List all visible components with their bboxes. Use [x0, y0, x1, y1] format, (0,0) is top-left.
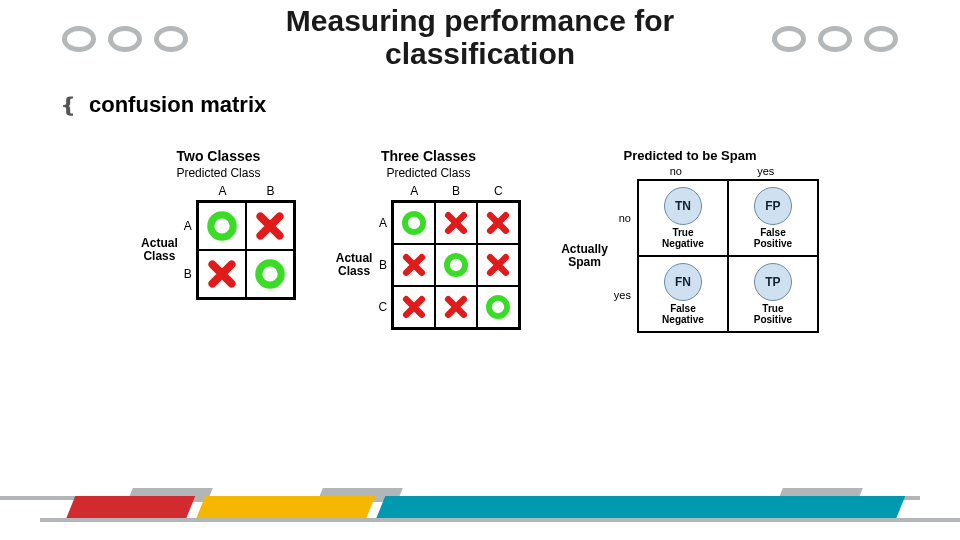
bullet-text: confusion matrix — [89, 92, 266, 118]
chip-label: True Negative — [662, 228, 704, 249]
row-labels: A B — [184, 202, 192, 298]
spam-diagram: Predicted to be Spam no yes Actually Spa… — [561, 148, 819, 333]
matrix-3x3 — [391, 200, 521, 330]
col-label: B — [266, 184, 274, 198]
ring-icon — [818, 26, 852, 52]
column-labels: no yes — [632, 165, 812, 177]
row-labels: A B C — [378, 202, 387, 328]
cell-correct — [393, 202, 435, 244]
chip: TP — [754, 263, 792, 301]
row-label: B — [184, 267, 192, 281]
col-label: A — [410, 184, 418, 198]
ring-icon — [772, 26, 806, 52]
cell-wrong — [393, 286, 435, 328]
footer-decoration — [0, 482, 960, 522]
cell-wrong — [435, 202, 477, 244]
diagram-title: Predicted to be Spam — [624, 148, 757, 163]
row-label: yes — [614, 289, 631, 301]
chip-label: False Negative — [662, 304, 704, 325]
bullet-item: ❴ confusion matrix — [60, 92, 960, 118]
slide-header: Measuring performance for classification — [0, 0, 960, 70]
cell-correct — [246, 250, 294, 298]
slide-title: Measuring performance for classification — [286, 4, 674, 70]
cell-wrong — [477, 202, 519, 244]
axis-label-actual: Actually Spam — [561, 243, 608, 269]
row-labels: no yes — [614, 179, 631, 333]
diagrams-row: Two Classes Predicted Class A B Actual C… — [0, 148, 960, 333]
col-label: B — [452, 184, 460, 198]
diagram-title: Three Classes — [381, 148, 476, 164]
chip: FN — [664, 263, 702, 301]
two-class-diagram: Two Classes Predicted Class A B Actual C… — [141, 148, 296, 333]
brace-icon: ❴ — [60, 93, 77, 117]
cell-wrong — [477, 244, 519, 286]
three-class-diagram: Three Classes Predicted Class A B C Actu… — [336, 148, 521, 333]
cell-wrong — [435, 286, 477, 328]
column-labels: A B — [198, 184, 294, 198]
ring-icon — [154, 26, 188, 52]
divider-line — [40, 518, 960, 522]
col-label: A — [218, 184, 226, 198]
col-label: C — [494, 184, 503, 198]
cell-tn: TN True Negative — [638, 180, 728, 256]
title-line2: classification — [385, 37, 575, 70]
cell-wrong — [393, 244, 435, 286]
ring-icon — [864, 26, 898, 52]
matrix-2x2 — [196, 200, 296, 300]
axis-label-actual: Actual Class — [141, 237, 178, 263]
col-label: yes — [757, 165, 774, 177]
cell-fn: FN False Negative — [638, 256, 728, 332]
diagram-subtitle: Predicted Class — [386, 166, 470, 180]
cell-wrong — [246, 202, 294, 250]
column-labels: A B C — [393, 184, 519, 198]
col-label: no — [670, 165, 682, 177]
chip: TN — [664, 187, 702, 225]
cell-correct — [198, 202, 246, 250]
diagram-subtitle: Predicted Class — [176, 166, 260, 180]
row-label: A — [184, 219, 192, 233]
spam-matrix: TN True Negative FP False Positive FN Fa… — [637, 179, 819, 333]
row-label: B — [379, 258, 387, 272]
row-label: A — [379, 216, 387, 230]
cell-wrong — [198, 250, 246, 298]
chip-label: True Positive — [754, 304, 792, 325]
cell-tp: TP True Positive — [728, 256, 818, 332]
title-line1: Measuring performance for — [286, 4, 674, 37]
decoration-rings-right — [772, 26, 898, 52]
ring-icon — [62, 26, 96, 52]
cell-correct — [477, 286, 519, 328]
cell-correct — [435, 244, 477, 286]
chip: FP — [754, 187, 792, 225]
axis-label-actual: Actual Class — [336, 252, 373, 278]
diagram-title: Two Classes — [177, 148, 261, 164]
chip-label: False Positive — [754, 228, 792, 249]
decoration-rings-left — [62, 26, 188, 52]
ring-icon — [108, 26, 142, 52]
cell-fp: FP False Positive — [728, 180, 818, 256]
row-label: no — [619, 212, 631, 224]
row-label: C — [378, 300, 387, 314]
